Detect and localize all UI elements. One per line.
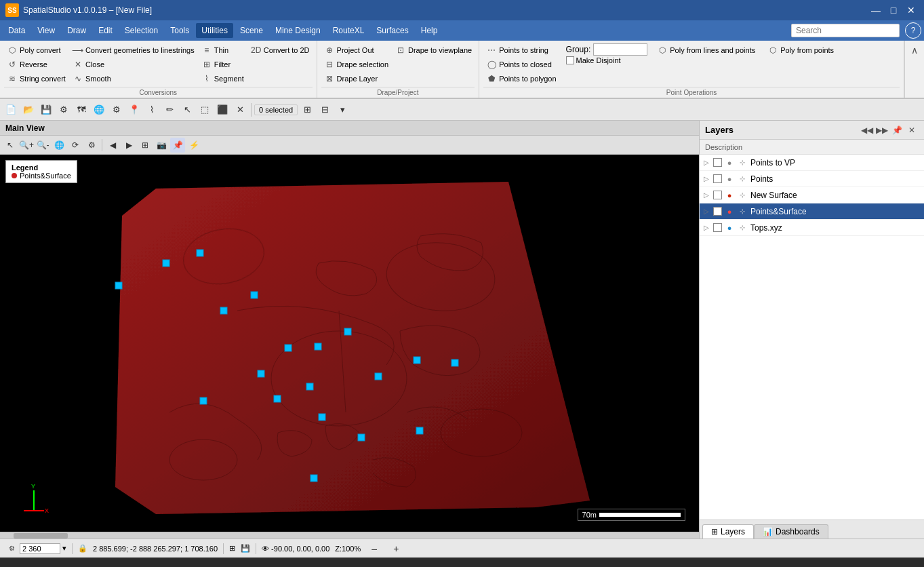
viewport-scrollbar[interactable]	[0, 532, 699, 539]
menu-draw[interactable]: Draw	[62, 23, 92, 38]
settings-small-button[interactable]: ⚙	[5, 543, 18, 555]
dropdown-button[interactable]: ▾	[334, 102, 350, 118]
layer-item-points-surface[interactable]: ▷ ✓ ● ⊹ Points&Surface	[700, 203, 924, 220]
layer-item-tops-xyz[interactable]: ▷ ● ⊹ Tops.xyz	[700, 220, 924, 236]
zoom-out-status-button[interactable]: –	[366, 541, 382, 557]
vp-camera-button[interactable]: 📷	[154, 138, 169, 153]
zoom-in-status-button[interactable]: +	[388, 541, 404, 557]
selection-count-badge: 0 selected	[254, 104, 298, 115]
open-file-button[interactable]: 📂	[20, 102, 37, 118]
tab-dashboards[interactable]: 📊 Dashboards	[754, 524, 828, 539]
poly-from-points-button[interactable]: ⬡ Poly from points	[765, 43, 837, 57]
drape-layer-button[interactable]: ⊠ Drape Layer	[321, 72, 391, 85]
menu-help[interactable]: Help	[416, 23, 443, 38]
smooth-button[interactable]: ∿ Smooth	[70, 72, 197, 85]
layer-item-points[interactable]: ▷ ● ⊹ Points	[700, 171, 924, 187]
table-button[interactable]: ⊟	[317, 102, 333, 118]
layer-checkbox-2[interactable]	[713, 174, 722, 183]
scrollbar-thumb[interactable]	[14, 533, 68, 539]
menu-routexl[interactable]: RouteXL	[327, 23, 370, 38]
polyline-button[interactable]: ⌇	[144, 102, 160, 118]
layers-forward-button[interactable]: ▶▶	[875, 123, 889, 137]
reverse-button[interactable]: ↺ Reverse	[4, 58, 68, 71]
smooth-label: Smooth	[85, 75, 111, 83]
segment-button[interactable]: ⌇ Segment	[199, 72, 247, 85]
layers-pin-button[interactable]: 📌	[890, 123, 904, 137]
layers-close-button[interactable]: ✕	[905, 123, 919, 137]
vp-prev-button[interactable]: ◀	[105, 138, 120, 153]
svg-text:X: X	[45, 507, 49, 514]
menu-scene[interactable]: Scene	[235, 23, 268, 38]
menu-edit[interactable]: Edit	[93, 23, 118, 38]
draw-button[interactable]: ✏	[161, 102, 178, 118]
help-button[interactable]: ?	[905, 22, 921, 39]
select-button[interactable]: ⬚	[197, 102, 213, 118]
sb-sep-2	[223, 543, 224, 554]
layer-checkbox-1[interactable]	[713, 158, 722, 167]
globe-button[interactable]: 🌐	[91, 102, 107, 118]
rotation-input[interactable]	[20, 543, 60, 554]
minimize-button[interactable]: —	[868, 3, 883, 18]
vp-lightning-button[interactable]: ⚡	[186, 138, 201, 153]
select2-button[interactable]: ⬛	[214, 102, 230, 118]
layers-column-header: Description	[700, 140, 924, 155]
layer-item-points-to-vp[interactable]: ▷ ● ⊹ Points to VP	[700, 155, 924, 171]
search-input[interactable]	[791, 24, 900, 37]
layer-checkbox-3[interactable]	[713, 191, 722, 199]
convert-2d-button[interactable]: 2D Convert to 2D	[248, 43, 313, 57]
poly-from-lines-button[interactable]: ⬡ Poly from lines and points	[654, 43, 758, 57]
vp-zoom-in-button[interactable]: 🔍+	[19, 138, 34, 153]
group-input[interactable]	[593, 43, 647, 56]
filter-button[interactable]: ⊞ Filter	[199, 58, 247, 71]
blue-dot	[310, 475, 317, 482]
vp-globe-button[interactable]: 🌐	[52, 138, 66, 153]
layer-item-new-surface[interactable]: ▷ ● ⊹ New Surface	[700, 187, 924, 203]
menu-minedesign[interactable]: Mine Design	[270, 23, 326, 38]
layer-checkbox-4[interactable]: ✓	[713, 207, 722, 216]
cursor-button[interactable]: ↖	[179, 102, 195, 118]
vp-cursor-button[interactable]: ↖	[3, 138, 18, 153]
points-to-polygon-button[interactable]: ⬟ Points to polygon	[483, 72, 559, 85]
tab-layers[interactable]: ⊞ Layers	[702, 524, 754, 539]
save-button[interactable]: 💾	[38, 102, 54, 118]
vp-pin-button[interactable]: 📌	[170, 138, 185, 153]
eye-icon-3: ●	[725, 191, 734, 200]
thin-button[interactable]: ≡ Thin	[199, 43, 247, 57]
map-button[interactable]: 🗺	[73, 102, 89, 118]
project-out-button[interactable]: ⊕ Project Out	[321, 43, 391, 57]
vp-zoom-out-button[interactable]: 🔍-	[35, 138, 50, 153]
make-disjoint-checkbox[interactable]	[566, 56, 574, 64]
drape-viewplane-button[interactable]: ⊡ Drape to viewplane	[393, 43, 475, 57]
convert-geometries-button[interactable]: ⟶ Convert geometries to linestrings	[70, 43, 197, 57]
vp-sep-1	[102, 139, 102, 151]
menu-utilities[interactable]: Utilities	[196, 23, 233, 38]
selection-mode-button[interactable]: ⊞	[299, 102, 315, 118]
layer-checkbox-5[interactable]	[713, 223, 722, 232]
menu-selection[interactable]: Selection	[119, 23, 163, 38]
vp-settings-button[interactable]: ⚙	[84, 138, 99, 153]
points-to-string-button[interactable]: ⋯ Points to string	[483, 43, 559, 57]
close-button-ribbon[interactable]: ✕ Close	[70, 58, 197, 71]
menu-view[interactable]: View	[32, 23, 60, 38]
close-button[interactable]: ✕	[904, 3, 919, 18]
drape-selection-button[interactable]: ⊟ Drape selection	[321, 58, 391, 71]
location-button[interactable]: 📍	[126, 102, 142, 118]
layers-back-button[interactable]: ◀◀	[860, 123, 874, 137]
menu-surfaces[interactable]: Surfaces	[371, 23, 414, 38]
new-file-button[interactable]: 📄	[3, 102, 19, 118]
vp-sync-button[interactable]: ⟳	[68, 138, 83, 153]
rotation-dropdown-icon[interactable]: ▾	[62, 544, 66, 553]
viewport-canvas[interactable]: Legend Points&Surface	[0, 155, 699, 532]
maximize-button[interactable]: □	[886, 3, 901, 18]
gear-button[interactable]: ⚙	[108, 102, 125, 118]
vp-grid-button[interactable]: ⊞	[138, 138, 153, 153]
vp-next-button[interactable]: ▶	[121, 138, 136, 153]
settings-button[interactable]: ⚙	[56, 102, 72, 118]
string-convert-button[interactable]: ≋ String convert	[4, 72, 68, 85]
poly-convert-button[interactable]: ⬡ Poly convert	[4, 43, 68, 57]
delete-button[interactable]: ✕	[232, 102, 248, 118]
ribbon-collapse-button[interactable]: ∧	[908, 43, 921, 57]
menu-tools[interactable]: Tools	[165, 23, 195, 38]
points-to-closed-button[interactable]: ◯ Points to closed	[483, 58, 559, 71]
menu-data[interactable]: Data	[3, 23, 31, 38]
